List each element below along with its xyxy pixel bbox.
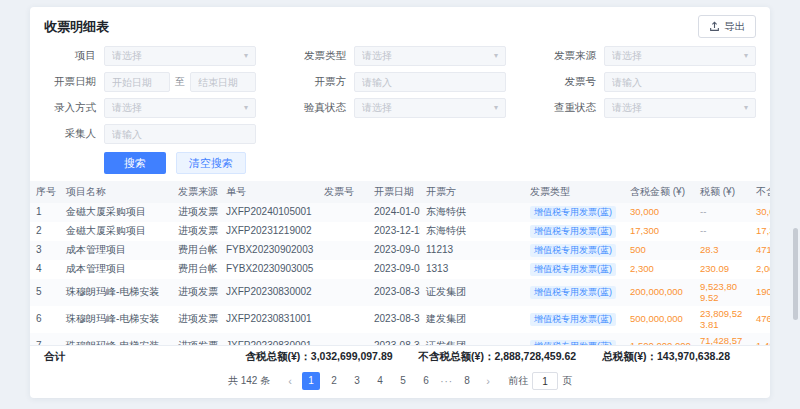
collector-field[interactable] (112, 129, 248, 140)
cell-net: 190,476,190.48 (750, 279, 770, 306)
next-page-button[interactable]: › (481, 372, 495, 390)
col-amount: 含税金额 (¥) (624, 181, 694, 203)
cell-type: 增值税专用发票(蓝) (524, 260, 624, 279)
cell-date: 2023-09-04 (368, 241, 420, 260)
cell-issuer: 1313 (420, 260, 524, 279)
summary-label: 合计 (44, 350, 65, 364)
table-row: 6 珠穆朗玛峰-电梯安装 进项发票 JXFP20230831001 2023-0… (30, 306, 770, 333)
cell-date: 2023-08-31 (368, 306, 420, 333)
invoice-no-field[interactable] (612, 77, 748, 88)
filter-issuer: 开票方 (294, 72, 506, 92)
cell-project: 成本管理项目 (60, 260, 172, 279)
goto-page-input[interactable] (532, 372, 558, 390)
pagination: 共 142 条 ‹ 1 2 3 4 5 6 ··· 8 › 前往 页 (30, 368, 770, 398)
filter-invoice-date-label: 开票日期 (44, 75, 96, 89)
cell-source: 进项发票 (172, 203, 220, 222)
excl-tax-total: 不含税总额(¥)：2,888,728,459.62 (419, 350, 577, 364)
invoice-source-select[interactable]: 请选择 ▾ (604, 46, 756, 66)
cell-type: 增值税专用发票(蓝) (524, 306, 624, 333)
cell-type: 增值税专用发票(蓝) (524, 241, 624, 260)
page-title: 收票明细表 (44, 18, 109, 36)
prev-page-button[interactable]: ‹ (283, 372, 297, 390)
col-date: 开票日期 (368, 181, 420, 203)
cell-net: 17,300 (750, 222, 770, 241)
table-row: 4 成本管理项目 费用台帐 FYBX20230903005 2023-09-04… (30, 260, 770, 279)
entry-method-select[interactable]: 请选择 ▾ (104, 98, 256, 118)
cell-issuer: 建发集团 (420, 306, 524, 333)
cell-no: 7 (30, 333, 60, 345)
col-source: 发票来源 (172, 181, 220, 203)
cell-source: 费用台帐 (172, 260, 220, 279)
cell-amount: 500,000,000 (624, 306, 694, 333)
cell-issuer: 东海特供 (420, 203, 524, 222)
page-button-3[interactable]: 3 (348, 372, 366, 390)
filter-verify-status-label: 验真状态 (294, 101, 346, 115)
invoice-table: 序号 项目名称 发票来源 单号 发票号 开票日期 开票方 发票类型 含税金额 (… (30, 181, 770, 345)
filter-panel: 项目 请选择 ▾ 发票类型 请选择 ▾ 发票来源 请选择 ▾ 开票日期 (30, 44, 770, 144)
cell-order-no: FYBX20230903005 (220, 260, 318, 279)
start-date-field[interactable] (112, 77, 162, 88)
main-card: 收票明细表 导出 项目 请选择 ▾ 发票类型 请选择 ▾ (30, 7, 770, 398)
more-pages-icon[interactable]: ··· (440, 376, 453, 387)
filter-invoice-type: 发票类型 请选择 ▾ (294, 46, 506, 66)
cell-project: 珠穆朗玛峰-电梯安装 (60, 306, 172, 333)
clear-search-button[interactable]: 清空搜索 (176, 152, 246, 174)
page-button-1[interactable]: 1 (302, 372, 320, 390)
verify-status-select[interactable]: 请选择 ▾ (354, 98, 506, 118)
page-button-2[interactable]: 2 (325, 372, 343, 390)
page-button-4[interactable]: 4 (371, 372, 389, 390)
page-button-6[interactable]: 6 (417, 372, 435, 390)
invoice-date-range: 至 (104, 72, 256, 92)
cell-project: 成本管理项目 (60, 241, 172, 260)
invoice-type-tag: 增值税专用发票(蓝) (530, 206, 616, 219)
chevron-down-icon: ▾ (494, 52, 498, 60)
chevron-down-icon: ▾ (244, 52, 248, 60)
cell-amount: 200,000,000 (624, 279, 694, 306)
card-header: 收票明细表 导出 (30, 7, 770, 44)
issuer-input[interactable] (354, 72, 506, 92)
filter-project-label: 项目 (44, 49, 96, 63)
cell-tax: -- (694, 203, 750, 222)
page-button-5[interactable]: 5 (394, 372, 412, 390)
start-date-input[interactable] (104, 72, 170, 92)
table-row: 1 金磁大厦采购项目 进项发票 JXFP20240105001 2024-01-… (30, 203, 770, 222)
invoice-type-select[interactable]: 请选择 ▾ (354, 46, 506, 66)
cell-no: 1 (30, 203, 60, 222)
goto-suffix: 页 (562, 374, 572, 388)
cell-source: 进项发票 (172, 306, 220, 333)
cell-order-no: JXFP20240105001 (220, 203, 318, 222)
cell-date: 2023-08-30 (368, 333, 420, 345)
cell-order-no: JXFP20231219002 (220, 222, 318, 241)
cell-net: 1,428,571,428.57 (750, 333, 770, 345)
cell-no: 6 (30, 306, 60, 333)
end-date-field[interactable] (198, 77, 248, 88)
end-date-input[interactable] (190, 72, 256, 92)
cell-source: 进项发票 (172, 222, 220, 241)
filter-entry-method: 录入方式 请选择 ▾ (44, 98, 256, 118)
chevron-down-icon: ▾ (494, 104, 498, 112)
collector-input[interactable] (104, 124, 256, 144)
table-header-row: 序号 项目名称 发票来源 单号 发票号 开票日期 开票方 发票类型 含税金额 (… (30, 181, 770, 203)
table-row: 7 珠穆朗玛峰-电梯安装 进项发票 JXFP20230830001 2023-0… (30, 333, 770, 345)
cell-amount: 500 (624, 241, 694, 260)
cell-invoice-no (318, 333, 368, 345)
duplicate-status-select[interactable]: 请选择 ▾ (604, 98, 756, 118)
project-select[interactable]: 请选择 ▾ (104, 46, 256, 66)
search-button[interactable]: 搜索 (104, 152, 166, 174)
cell-invoice-no (318, 241, 368, 260)
cell-net: 476,190,476.19 (750, 306, 770, 333)
cell-no: 2 (30, 222, 60, 241)
cell-net: 471.7 (750, 241, 770, 260)
vertical-scrollbar[interactable] (793, 228, 798, 320)
cell-type: 增值税专用发票(蓝) (524, 203, 624, 222)
cell-project: 珠穆朗玛峰-电梯安装 (60, 279, 172, 306)
issuer-field[interactable] (362, 77, 498, 88)
invoice-no-input[interactable] (604, 72, 756, 92)
filter-verify-status: 验真状态 请选择 ▾ (294, 98, 506, 118)
export-icon (709, 21, 720, 32)
filter-entry-method-label: 录入方式 (44, 101, 96, 115)
page-button-last[interactable]: 8 (458, 372, 476, 390)
cell-invoice-no (318, 222, 368, 241)
export-button[interactable]: 导出 (698, 15, 756, 38)
cell-tax: 9,523,809.52 (694, 279, 750, 306)
